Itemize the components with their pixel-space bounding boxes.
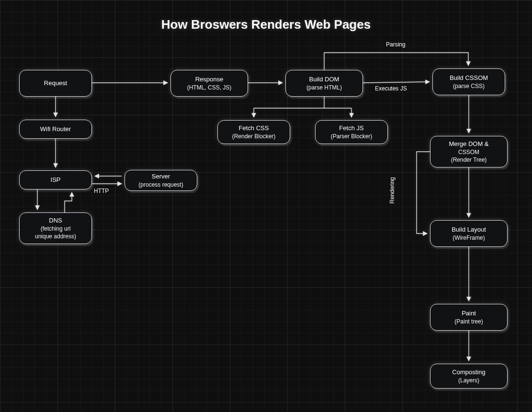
node-label: Build DOM bbox=[309, 75, 340, 84]
node-label: Server bbox=[152, 172, 170, 181]
node-sublabel: CSSOM bbox=[458, 148, 479, 156]
edge-label-http: HTTP bbox=[94, 188, 109, 194]
node-build-cssom: Build CSSOM (parse CSS) bbox=[432, 68, 505, 95]
node-label: Request bbox=[44, 79, 67, 88]
node-label: ISP bbox=[51, 176, 61, 184]
node-label: Paint bbox=[462, 309, 476, 318]
node-wifi-router: Wifi Router bbox=[19, 120, 92, 139]
node-dns: DNS (fetching url unique address) bbox=[19, 212, 92, 244]
diagram-title: How Broswers Renders Web Pages bbox=[0, 17, 532, 32]
node-sublabel: (Layers) bbox=[458, 377, 479, 384]
node-layout: Build Layout (WireFrame) bbox=[430, 220, 508, 247]
node-isp: ISP bbox=[19, 170, 92, 189]
node-sublabel: (HTML, CSS, JS) bbox=[187, 84, 232, 91]
node-paint: Paint (Paint tree) bbox=[430, 304, 508, 331]
node-sublabel: (WireFrame) bbox=[453, 234, 485, 242]
node-server: Server (process request) bbox=[125, 170, 197, 191]
node-sublabel: (process request) bbox=[138, 181, 183, 189]
node-label: DNS bbox=[49, 216, 62, 225]
node-build-dom: Build DOM (parse HTML) bbox=[285, 70, 363, 97]
node-sublabel: (Parser Blocker) bbox=[331, 133, 373, 140]
node-label: Response bbox=[195, 75, 224, 84]
node-response: Response (HTML, CSS, JS) bbox=[170, 70, 248, 97]
node-sublabel: (parse CSS) bbox=[453, 82, 485, 90]
node-fetch-css: Fetch CSS (Render Blocker) bbox=[217, 120, 290, 144]
node-sublabel: (fetching url bbox=[41, 225, 71, 233]
node-label: Build Layout bbox=[452, 225, 486, 234]
node-sublabel: unique address) bbox=[35, 233, 76, 240]
edge-label-parsing: Parsing bbox=[386, 41, 406, 48]
diagram-edges bbox=[0, 0, 532, 412]
node-fetch-js: Fetch JS (Parser Blocker) bbox=[315, 120, 388, 144]
edge-label-executes-js: Executes JS bbox=[375, 85, 407, 92]
node-label: Composting bbox=[452, 368, 485, 377]
node-request: Request bbox=[19, 70, 92, 97]
node-sublabel: (Render Blocker) bbox=[232, 133, 276, 140]
node-sublabel: (Render Tree) bbox=[451, 156, 487, 164]
node-label: Merge DOM & bbox=[449, 140, 488, 148]
edge-label-rendering: Rendering bbox=[389, 177, 396, 203]
node-merge: Merge DOM & CSSOM (Render Tree) bbox=[430, 136, 508, 167]
node-label: Fetch JS bbox=[339, 124, 363, 133]
node-sublabel: (parse HTML) bbox=[306, 84, 342, 91]
node-composite: Composting (Layers) bbox=[430, 364, 508, 389]
node-sublabel: (Paint tree) bbox=[454, 318, 483, 325]
node-label: Build CSSOM bbox=[450, 74, 488, 82]
node-label: Wifi Router bbox=[40, 125, 71, 134]
node-label: Fetch CSS bbox=[239, 124, 269, 133]
